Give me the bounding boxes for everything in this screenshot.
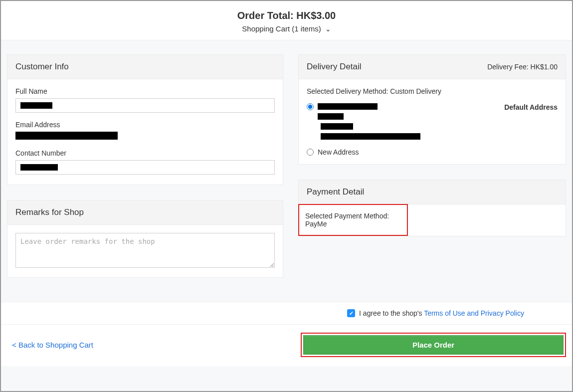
cart-toggle-label: Shopping Cart (1 items) <box>242 24 321 33</box>
consent-text: I agree to the shop's Terms of Use and P… <box>359 309 524 317</box>
right-column: Delivery Detail Delivery Fee: HK$1.00 Se… <box>298 54 566 293</box>
email-value <box>15 132 275 141</box>
panel-title: Payment Detail <box>307 187 364 197</box>
address-block: Default Address <box>318 102 558 142</box>
full-name-label: Full Name <box>15 87 275 95</box>
remarks-panel: Remarks for Shop <box>7 200 283 278</box>
consent-checkbox[interactable]: ✓ <box>347 309 355 317</box>
panel-title: Customer Info <box>15 62 69 72</box>
content: Customer Info Full Name Email Address Co… <box>1 40 572 302</box>
terms-link[interactable]: Terms of Use and Privacy Policy <box>424 309 524 317</box>
payment-body: Selected Payment Method: PayMe <box>299 204 566 236</box>
footer: < Back to Shopping Cart Place Order <box>1 324 572 366</box>
contact-input[interactable] <box>15 160 275 175</box>
customer-info-body: Full Name Email Address Contact Number <box>7 79 283 185</box>
full-name-input[interactable] <box>15 98 275 113</box>
back-to-cart-link[interactable]: < Back to Shopping Cart <box>12 341 93 349</box>
payment-panel: Payment Detail Selected Payment Method: … <box>298 180 566 236</box>
order-total: Order Total: HK$3.00 <box>1 10 572 21</box>
checkout-page: Order Total: HK$3.00 Shopping Cart (1 it… <box>0 0 573 392</box>
order-total-label: Order Total: <box>237 10 294 21</box>
consent-prefix: I agree to the shop's <box>359 309 424 317</box>
address-option-default[interactable]: Default Address <box>307 102 558 142</box>
default-address-badge: Default Address <box>504 102 558 112</box>
panel-title: Delivery Detail <box>307 62 362 72</box>
customer-info-panel: Customer Info Full Name Email Address Co… <box>7 54 283 185</box>
address-radio-default[interactable] <box>307 103 314 110</box>
delivery-body: Selected Delivery Method: Custom Deliver… <box>299 79 566 164</box>
header: Order Total: HK$3.00 Shopping Cart (1 it… <box>1 1 572 40</box>
cart-toggle[interactable]: Shopping Cart (1 items) ⌄ <box>242 24 331 33</box>
remarks-header: Remarks for Shop <box>7 200 283 225</box>
consent-row: ✓ I agree to the shop's Terms of Use and… <box>1 302 572 324</box>
delivery-header: Delivery Detail Delivery Fee: HK$1.00 <box>299 55 566 79</box>
email-label: Email Address <box>15 121 275 129</box>
remarks-body <box>7 225 283 277</box>
place-order-button[interactable]: Place Order <box>303 335 564 355</box>
remarks-textarea[interactable] <box>15 233 275 268</box>
chevron-down-icon: ⌄ <box>325 25 331 33</box>
delivery-fee: Delivery Fee: HK$1.00 <box>487 63 558 71</box>
address-option-new[interactable]: New Address <box>307 148 558 156</box>
selected-payment-method: Selected Payment Method: PayMe <box>305 212 389 228</box>
contact-label: Contact Number <box>15 149 275 157</box>
left-column: Customer Info Full Name Email Address Co… <box>7 54 283 293</box>
place-order-highlight: Place Order <box>301 333 566 357</box>
order-total-value: HK$3.00 <box>296 10 336 21</box>
selected-delivery-method: Selected Delivery Method: Custom Deliver… <box>307 87 558 95</box>
customer-info-header: Customer Info <box>7 55 283 79</box>
new-address-label: New Address <box>318 148 359 156</box>
panel-title: Remarks for Shop <box>15 207 84 217</box>
delivery-panel: Delivery Detail Delivery Fee: HK$1.00 Se… <box>298 54 566 165</box>
address-radio-new[interactable] <box>307 149 314 156</box>
payment-header: Payment Detail <box>299 180 566 204</box>
